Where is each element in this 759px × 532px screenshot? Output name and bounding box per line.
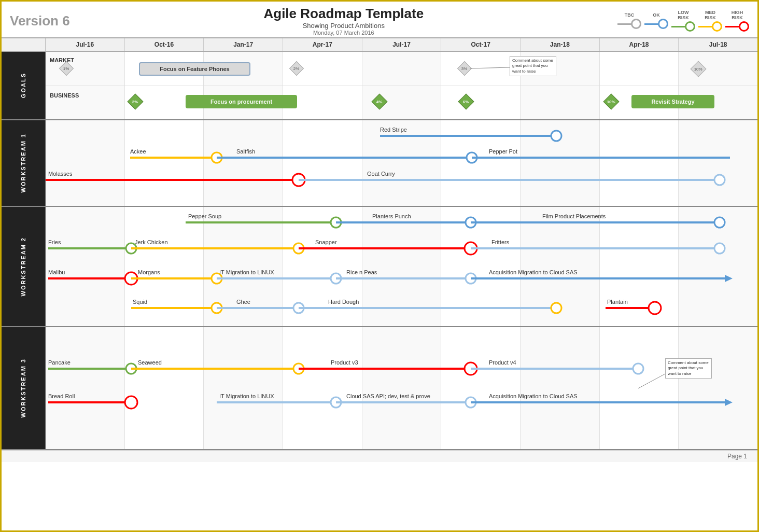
svg-text:Fries: Fries — [48, 239, 61, 245]
svg-text:Red Stripe: Red Stripe — [380, 127, 407, 133]
svg-text:Pepper Soup: Pepper Soup — [188, 213, 221, 219]
legend-tbc-label: TBC — [625, 12, 635, 18]
svg-text:Squid: Squid — [133, 299, 147, 305]
ws1-svg: Red Stripe Ackee Saltfish Pepper Pot Mol… — [46, 120, 757, 206]
svg-text:IT Migration to LINUX: IT Migration to LINUX — [219, 393, 274, 399]
month-oct16: Oct-16 — [125, 38, 204, 51]
svg-text:Planters Punch: Planters Punch — [372, 213, 411, 219]
diamond-2pct-market: 2% — [289, 61, 304, 76]
svg-text:Pepper Pot: Pepper Pot — [489, 148, 517, 155]
month-jul17: Jul-17 — [362, 38, 442, 51]
svg-marker-53 — [725, 275, 733, 282]
month-jan18: Jan-18 — [521, 38, 600, 51]
svg-text:Snapper: Snapper — [315, 239, 337, 245]
svg-text:Film Product Placements: Film Product Placements — [542, 213, 606, 219]
ws3-section: WORKSTREAM 3 Comment about some great po… — [2, 327, 757, 450]
svg-text:Rice n Peas: Rice n Peas — [346, 269, 377, 275]
svg-text:Fritters: Fritters — [491, 239, 510, 245]
comment-box-market: Comment about some great point that you … — [510, 56, 556, 76]
month-apr18: Apr-18 — [600, 38, 679, 51]
focus-procurement-pill: Focus on procurement — [186, 95, 297, 108]
svg-text:Bread Roll: Bread Roll — [48, 393, 75, 399]
legend: TBC OK LOWRISK MEDRISK — [617, 10, 749, 32]
revisit-strategy-pill: Revisit Strategy — [631, 95, 714, 108]
diamond-6pct-biz: 6% — [458, 93, 474, 109]
svg-text:Jerk Chicken: Jerk Chicken — [135, 239, 168, 245]
svg-point-2 — [551, 131, 561, 141]
focus-feature-phones-pill: Focus on Feature Phones — [139, 62, 250, 76]
month-jul16: Jul-16 — [46, 38, 125, 51]
business-label: BUSINESS — [50, 92, 79, 99]
version-label: Version 6 — [10, 13, 70, 29]
ws1-section: WORKSTREAM 1 Red Stripe — [2, 120, 757, 207]
svg-text:Malibu: Malibu — [48, 269, 65, 275]
diamond-4pct-biz: 4% — [371, 93, 387, 109]
svg-marker-90 — [725, 399, 733, 406]
svg-text:IT Migration to LINUX: IT Migration to LINUX — [219, 269, 274, 275]
date: Monday, 07 March 2016 — [263, 30, 424, 36]
svg-point-17 — [714, 175, 725, 185]
diamond-10pct-market: 10% — [690, 61, 706, 77]
legend-low-label: LOWRISK — [678, 10, 689, 20]
comment-box-ws3: Comment about some great point that you … — [665, 358, 712, 379]
goals-label: GOALS — [2, 52, 46, 119]
svg-text:Morgans: Morgans — [138, 269, 160, 275]
legend-med-label: MEDRISK — [705, 10, 716, 20]
main-title: Agile Roadmap Template — [263, 6, 424, 22]
svg-text:Hard Dough: Hard Dough — [328, 299, 359, 305]
svg-text:Cloud SAS API; dev, test & pro: Cloud SAS API; dev, test & prove — [346, 393, 430, 399]
svg-text:Product v3: Product v3 — [331, 359, 358, 366]
svg-line-67 — [638, 374, 665, 388]
svg-text:Ghee: Ghee — [236, 299, 250, 305]
page-number: Page 1 — [727, 453, 747, 460]
svg-text:Seaweed: Seaweed — [138, 359, 162, 366]
legend-high-label: HIGHRISK — [732, 10, 743, 20]
diamond-1pct: 1% — [59, 61, 74, 76]
svg-point-62 — [551, 303, 561, 313]
ws3-svg: Pancake Seaweed Product v3 Product v4 Br… — [46, 327, 757, 449]
diamond-10pct-biz: 10% — [603, 93, 619, 109]
title-block: Agile Roadmap Template Showing Product A… — [263, 6, 424, 36]
svg-line-0 — [470, 67, 510, 68]
svg-point-26 — [714, 217, 725, 228]
svg-text:Acquisition Migration to Cloud: Acquisition Migration to Cloud SAS — [489, 393, 578, 399]
ws2-label: WORKSTREAM 2 — [2, 207, 46, 326]
month-oct17: Oct-17 — [441, 38, 521, 51]
ws2-section: WORKSTREAM 2 Pepper Soup — [2, 207, 757, 327]
subtitle: Showing Product Ambitions — [263, 22, 424, 30]
diamond-2pct-biz: 2% — [127, 93, 143, 109]
svg-point-65 — [649, 302, 661, 314]
svg-text:Acquisition Migration to Cloud: Acquisition Migration to Cloud SAS — [489, 269, 578, 275]
svg-text:Ackee: Ackee — [130, 148, 146, 155]
goals-section: GOALS MARKET BUSINESS — [2, 52, 757, 120]
page-footer: Page 1 — [2, 450, 757, 462]
svg-text:Saltfish: Saltfish — [236, 148, 255, 155]
svg-text:Product v4: Product v4 — [489, 359, 516, 366]
month-jul18: Jul-18 — [679, 38, 757, 51]
svg-point-38 — [714, 243, 725, 254]
legend-ok-label: OK — [653, 12, 660, 18]
svg-text:Molasses: Molasses — [48, 171, 73, 177]
svg-text:Plantain: Plantain — [607, 299, 628, 305]
ws3-label: WORKSTREAM 3 — [2, 327, 46, 449]
diamond-3pct-market: 3% — [457, 61, 472, 76]
svg-point-81 — [125, 396, 137, 409]
market-label: MARKET — [50, 57, 74, 63]
svg-text:Goat Curry: Goat Curry — [367, 171, 395, 177]
ws2-svg: Pepper Soup Planters Punch Film Product … — [46, 207, 757, 326]
svg-text:Pancake: Pancake — [48, 359, 71, 366]
month-apr17: Apr-17 — [283, 38, 362, 51]
svg-point-78 — [633, 363, 643, 374]
ws1-label: WORKSTREAM 1 — [2, 120, 46, 206]
month-jan17: Jan-17 — [204, 38, 283, 51]
